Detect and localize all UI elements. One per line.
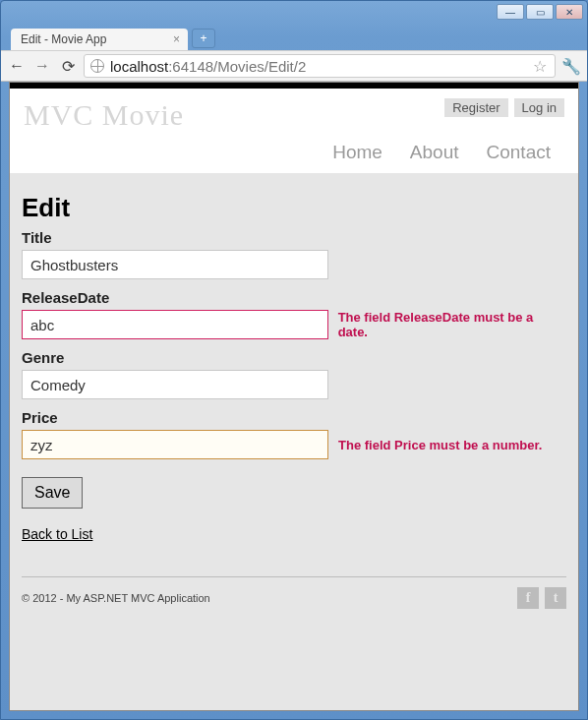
label-title: Title — [22, 229, 566, 246]
label-price: Price — [22, 409, 566, 426]
maximize-button[interactable]: ▭ — [526, 4, 554, 20]
register-link[interactable]: Register — [444, 98, 507, 117]
auth-links: Register Log in — [444, 98, 564, 117]
field-release-date: ReleaseDate The field ReleaseDate must b… — [22, 289, 566, 339]
settings-icon[interactable]: 🔧 — [561, 57, 581, 76]
new-tab-button[interactable]: + — [192, 29, 215, 48]
twitter-icon[interactable]: t — [545, 587, 566, 609]
toolbar: ← → ⟳ localhost:64148/Movies/Edit/2 ☆ 🔧 — [1, 50, 587, 82]
page-heading: Edit — [22, 193, 566, 223]
nav-home[interactable]: Home — [332, 142, 382, 163]
bookmark-icon[interactable]: ☆ — [531, 57, 549, 76]
minimize-button[interactable]: — — [497, 4, 524, 20]
url-host: localhost — [110, 58, 168, 75]
input-title[interactable] — [22, 250, 328, 279]
globe-icon — [90, 59, 104, 73]
forward-button[interactable]: → — [32, 56, 52, 76]
nav-contact[interactable]: Contact — [487, 142, 551, 163]
field-price: Price The field Price must be a number. — [22, 409, 566, 459]
back-to-list-link[interactable]: Back to List — [22, 526, 92, 542]
tab-strip: Edit - Movie App × + — [1, 23, 587, 50]
input-genre[interactable] — [22, 370, 328, 399]
error-price: The field Price must be a number. — [338, 438, 542, 452]
close-tab-icon[interactable]: × — [173, 32, 180, 46]
copyright-text: © 2012 - My ASP.NET MVC Application — [22, 592, 210, 604]
field-genre: Genre — [22, 349, 566, 399]
reload-button[interactable]: ⟳ — [58, 56, 78, 76]
error-release-date: The field ReleaseDate must be a date. — [338, 310, 566, 339]
tab-title: Edit - Movie App — [21, 32, 106, 46]
social-links: f t — [517, 587, 566, 609]
login-link[interactable]: Log in — [514, 98, 564, 117]
back-button[interactable]: ← — [7, 56, 27, 76]
close-window-button[interactable]: ✕ — [556, 4, 583, 20]
page-viewport: MVC Movie Register Log in Home About Con… — [9, 82, 579, 711]
browser-tab[interactable]: Edit - Movie App × — [11, 29, 188, 50]
url-text: localhost:64148/Movies/Edit/2 — [110, 58, 306, 75]
site-header: MVC Movie Register Log in Home About Con… — [10, 89, 578, 173]
label-genre: Genre — [22, 349, 566, 366]
browser-window: — ▭ ✕ Edit - Movie App × + ← → ⟳ localho… — [0, 0, 588, 720]
facebook-icon[interactable]: f — [517, 587, 539, 609]
url-path: /Movies/Edit/2 — [213, 58, 306, 75]
window-titlebar: — ▭ ✕ — [1, 1, 587, 23]
nav-about[interactable]: About — [410, 142, 459, 163]
url-port: :64148 — [168, 58, 213, 75]
content-area: Edit Title ReleaseDate The field Release… — [10, 173, 578, 710]
input-price[interactable] — [22, 430, 328, 459]
site-footer: © 2012 - My ASP.NET MVC Application f t — [22, 576, 566, 623]
save-button[interactable]: Save — [22, 477, 83, 509]
field-title: Title — [22, 229, 566, 279]
input-release-date[interactable] — [22, 310, 328, 339]
address-bar[interactable]: localhost:64148/Movies/Edit/2 ☆ — [84, 54, 556, 78]
label-release-date: ReleaseDate — [22, 289, 566, 306]
main-nav: Home About Contact — [24, 132, 564, 167]
